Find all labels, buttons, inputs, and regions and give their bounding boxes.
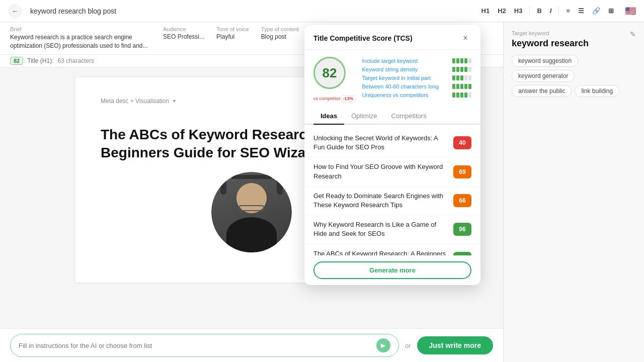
bar — [452, 75, 455, 80]
document-title: keyword research blog post — [30, 7, 116, 15]
criterion-label-2: Target keyword in initial part — [362, 75, 449, 81]
keyword-tag-1[interactable]: keyword generator — [512, 70, 575, 82]
idea-score-1: 69 — [453, 165, 471, 178]
ai-instruction-input[interactable] — [19, 342, 376, 349]
person-head — [236, 183, 267, 213]
format-h1[interactable]: H1 — [478, 5, 493, 17]
criterion-3[interactable]: Between 40-60 characters long — [362, 83, 471, 89]
ai-input-bar: ▶ or Just write more — [0, 328, 503, 362]
idea-item-2[interactable]: Get Ready to Dominate Search Engines wit… — [304, 187, 480, 215]
idea-item-0[interactable]: Unlocking the Secret World of Keywords: … — [304, 129, 480, 157]
idea-text-4: The ABCs of Keyword Research: A Beginner… — [313, 249, 448, 256]
generate-more-section: Generate more — [304, 255, 480, 285]
chevron-down-icon: ▾ — [173, 98, 176, 104]
audience-section: Audience SEO Professi... — [163, 26, 204, 40]
idea-item-1[interactable]: How to Find Your SEO Groove with Keyword… — [304, 157, 480, 186]
idea-item-3[interactable]: Why Keyword Research is Like a Game of H… — [304, 215, 480, 244]
meta-desc-label: Meta desc + Visualisation — [101, 98, 169, 105]
target-keyword-section: ✎ Target keyword keyword research — [512, 30, 636, 49]
tcs-title: Title Competitive Score (TCS) — [313, 34, 413, 42]
tab-optimize[interactable]: Optimize — [344, 108, 384, 125]
bar — [468, 93, 471, 98]
idea-score-4: 82 — [453, 252, 471, 255]
edit-target-keyword-button[interactable]: ✎ — [630, 30, 636, 38]
criterion-bars-0 — [452, 58, 471, 63]
headphone-right — [277, 177, 283, 195]
target-keyword-value: keyword research — [512, 38, 636, 49]
idea-text-3: Why Keyword Research is Like a Game of H… — [313, 220, 448, 238]
bar — [460, 93, 463, 98]
bar — [452, 84, 455, 89]
bar — [460, 75, 463, 80]
bar — [456, 84, 459, 89]
brief-section: Brief Keyword research is a practice sea… — [10, 26, 151, 50]
idea-item-4[interactable]: The ABCs of Keyword Research: A Beginner… — [304, 244, 480, 256]
tab-ideas[interactable]: Ideas — [313, 108, 344, 125]
keyword-tag-0[interactable]: keyword suggestion — [512, 55, 578, 67]
idea-score-2: 66 — [453, 194, 471, 207]
tone-label: Tone of voice — [216, 26, 249, 32]
format-ordered-list[interactable]: ≡ — [563, 5, 573, 17]
bar — [460, 67, 463, 72]
format-h2[interactable]: H2 — [495, 5, 509, 17]
tcs-score-section: 82 -13% vs competitor scores Include tar… — [304, 50, 480, 108]
language-flag[interactable]: 🇺🇸 — [625, 6, 636, 17]
top-bar: ← keyword research blog post H1 H2 H3 B … — [0, 0, 644, 22]
format-h3[interactable]: H3 — [511, 5, 526, 17]
write-more-button[interactable]: Just write more — [417, 336, 493, 354]
or-divider: or — [405, 342, 411, 349]
criterion-2[interactable]: Target keyword in initial part — [362, 75, 471, 81]
target-keyword-label: Target keyword — [512, 30, 636, 36]
criterion-bars-4 — [452, 93, 471, 98]
content-type-section: Type of content Blog post — [261, 26, 299, 40]
criterion-bars-2 — [452, 75, 471, 80]
content-type-value: Blog post — [261, 33, 299, 40]
author-image — [211, 172, 292, 252]
bar — [468, 75, 471, 80]
ai-input-wrapper[interactable]: ▶ — [10, 334, 399, 357]
format-link[interactable]: 🔗 — [589, 5, 603, 17]
idea-score-3: 96 — [453, 223, 471, 236]
criterion-1[interactable]: Keyword string density — [362, 66, 471, 72]
keyword-tag-2[interactable]: answer the public — [512, 85, 572, 97]
bar — [464, 58, 467, 63]
criterion-bars-3 — [452, 84, 471, 89]
criterion-0[interactable]: Include target keyword — [362, 58, 471, 64]
criterion-label-4: Uniqueness vs competitors — [362, 92, 449, 98]
format-toolbar: H1 H2 H3 B I ≡ ☰ 🔗 ⊞ — [478, 5, 617, 17]
format-unordered-list[interactable]: ☰ — [575, 5, 587, 17]
headphone-left — [220, 177, 226, 195]
tcs-score-value: 82 — [323, 65, 337, 81]
bar — [468, 58, 471, 63]
tcs-close-button[interactable]: × — [459, 32, 471, 44]
score-label: Title (H1): — [27, 57, 53, 64]
bar — [456, 75, 459, 80]
format-italic[interactable]: I — [547, 5, 555, 17]
generate-more-button[interactable]: Generate more — [313, 261, 471, 279]
format-bold[interactable]: B — [534, 5, 544, 17]
tcs-score-circle: 82 — [313, 57, 346, 89]
bar — [452, 67, 455, 72]
tcs-tabs: Ideas Optimize Competitors — [304, 108, 480, 125]
glasses-icon — [239, 205, 264, 211]
right-sidebar: ✎ Target keyword keyword research keywor… — [503, 22, 644, 362]
idea-score-0: 40 — [453, 136, 471, 149]
tone-section: Tone of voice Playful — [216, 26, 249, 40]
criterion-label-3: Between 40-60 characters long — [362, 83, 449, 89]
keyword-tag-3[interactable]: link building — [575, 85, 619, 97]
score-criteria: Include target keyword Keyword string de… — [362, 58, 471, 101]
score-delta-badge: -13% — [341, 95, 356, 102]
tab-competitors[interactable]: Competitors — [384, 108, 434, 125]
bar — [468, 67, 471, 72]
audience-label: Audience — [163, 26, 204, 32]
bar — [456, 58, 459, 63]
back-button[interactable]: ← — [8, 4, 22, 18]
idea-text-2: Get Ready to Dominate Search Engines wit… — [313, 192, 448, 210]
criterion-4[interactable]: Uniqueness vs competitors — [362, 92, 471, 98]
char-count: 63 characters — [57, 57, 94, 64]
format-embed[interactable]: ⊞ — [605, 5, 617, 17]
bar — [456, 67, 459, 72]
bar — [452, 93, 455, 98]
idea-text-1: How to Find Your SEO Groove with Keyword… — [313, 162, 448, 180]
ai-send-button[interactable]: ▶ — [376, 338, 390, 352]
